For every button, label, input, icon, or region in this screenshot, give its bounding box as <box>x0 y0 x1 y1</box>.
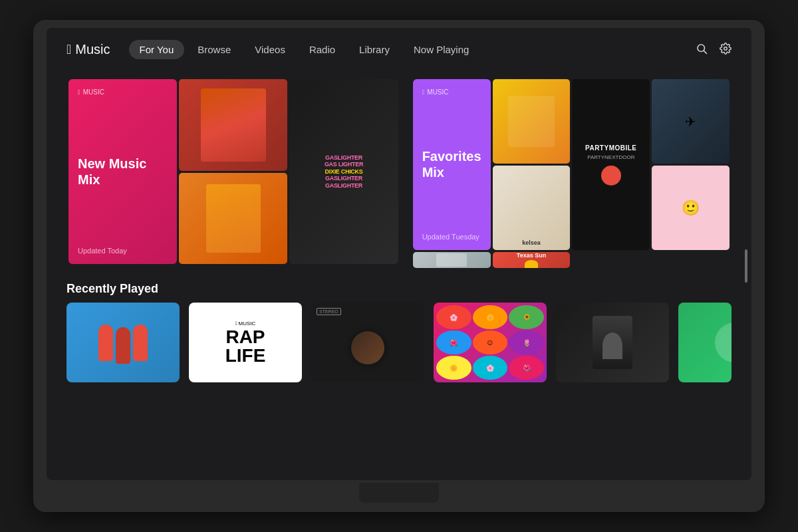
recently-played-section: Recently Played  MU <box>66 282 732 382</box>
favorites-mix-title: Favorites Mix <box>422 148 481 180</box>
album-art-2[interactable] <box>179 173 287 265</box>
fav-badge-label: MUSIC <box>427 88 448 96</box>
recent-card-3[interactable]: STEREO <box>311 303 424 382</box>
svg-line-1 <box>704 51 706 53</box>
nav-items: For You Browse Videos Radio Library Now … <box>129 40 696 59</box>
app-logo:  Music <box>66 42 110 57</box>
recent-card-rap-life[interactable]:  MUSIC RAPLIFE <box>189 303 302 382</box>
nav-icons <box>696 43 732 57</box>
tv-screen:  Music For You Browse Videos Radio Libr… <box>47 28 751 480</box>
nav-item-browse[interactable]: Browse <box>187 40 241 59</box>
partymobile-text: PARTYMOBILE <box>585 144 637 152</box>
album-art-1[interactable] <box>179 79 287 171</box>
nav-item-for-you[interactable]: For You <box>129 40 185 59</box>
search-button[interactable] <box>696 43 708 57</box>
nav-item-videos[interactable]: Videos <box>244 40 296 59</box>
recent-card-5[interactable] <box>556 303 669 382</box>
main-content:  MUSIC New Music Mix Updated Today <box>47 70 751 480</box>
tv-frame:  Music For You Browse Videos Radio Libr… <box>33 20 765 512</box>
kelsea-album[interactable]: kelsea <box>493 166 571 250</box>
nav-item-library[interactable]: Library <box>348 40 400 59</box>
app-name: Music <box>75 42 110 57</box>
tv-stand <box>359 483 439 503</box>
featured-card-left:  MUSIC New Music Mix Updated Today <box>66 77 400 270</box>
nav-item-now-playing[interactable]: Now Playing <box>403 40 479 59</box>
apple-symbol:  <box>78 88 80 96</box>
gaslighter-text: GASLIGHTERGAS LIGHTERDIXIE CHICKSGASLIGH… <box>325 154 363 189</box>
fav-apple-symbol:  <box>422 88 425 96</box>
new-music-mix-title: New Music Mix <box>78 156 168 188</box>
gaslighter-album[interactable]: GASLIGHTERGAS LIGHTERDIXIE CHICKSGASLIGH… <box>289 79 398 264</box>
recently-played-title: Recently Played <box>66 282 732 296</box>
apple-icon:  <box>66 42 71 57</box>
featured-row:  MUSIC New Music Mix Updated Today <box>66 77 732 270</box>
new-music-mix-card[interactable]:  MUSIC New Music Mix Updated Today <box>68 79 177 264</box>
recent-card-1[interactable] <box>66 303 180 382</box>
settings-button[interactable] <box>720 43 732 57</box>
texas-sun-album[interactable]: Texas Sun <box>493 252 571 268</box>
album-art-r1[interactable] <box>493 79 571 164</box>
album-art-r4[interactable] <box>413 252 491 268</box>
texas-sun-text: Texas Sun <box>517 252 546 259</box>
favorites-mix-updated: Updated Tuesday <box>422 233 481 241</box>
badge-label: MUSIC <box>83 88 104 96</box>
favorites-mix-card[interactable]:  MUSIC Favorites Mix Updated Tuesday <box>413 79 491 250</box>
favorites-apple-badge:  MUSIC <box>422 88 481 96</box>
recent-card-6[interactable] <box>678 303 732 382</box>
recently-played-row:  MUSIC RAPLIFE STEREO <box>66 303 732 382</box>
kelsea-text: kelsea <box>522 239 541 246</box>
scroll-indicator <box>745 249 747 283</box>
svg-point-2 <box>724 47 728 50</box>
album-art-r3[interactable]: 🙂 <box>652 166 730 250</box>
featured-card-right:  MUSIC Favorites Mix Updated Tuesday <box>411 77 732 270</box>
new-music-mix-updated: Updated Today <box>78 247 168 255</box>
gaslighter-bg: GASLIGHTERGAS LIGHTERDIXIE CHICKSGASLIGH… <box>289 79 398 264</box>
rap-life-text: RAPLIFE <box>225 328 266 365</box>
nav-item-radio[interactable]: Radio <box>299 40 346 59</box>
partymobile-album[interactable]: PARTYMOBILE PARTYNEXTDOOR <box>572 79 650 250</box>
recent-card-4[interactable]: 🌸 🌼 🌻 🌺 ☺ 🌷 🌼 🌸 🌺 <box>434 303 547 382</box>
apple-music-badge:  MUSIC <box>78 88 168 96</box>
album-art-r2[interactable]: ✈ <box>652 79 730 164</box>
nav-bar:  Music For You Browse Videos Radio Libr… <box>47 28 751 70</box>
